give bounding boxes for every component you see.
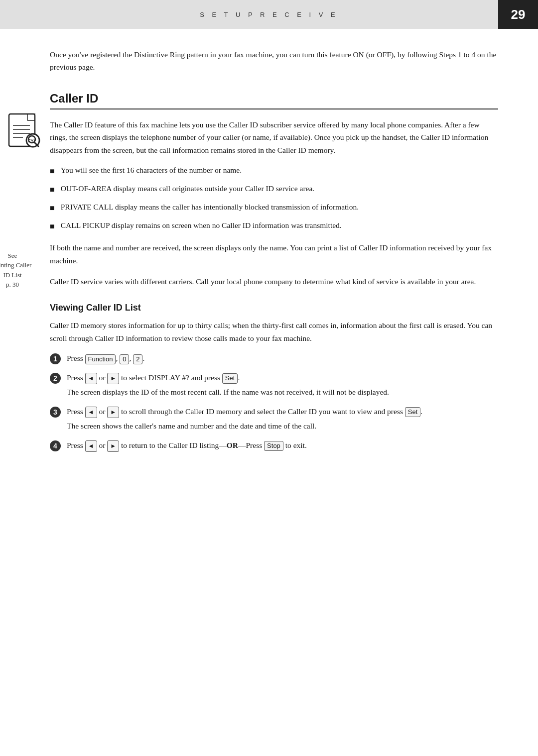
bullet-text-1: You will see the first 16 characters of … — [61, 164, 242, 176]
arrow-right-key-4[interactable]: ► — [107, 440, 119, 452]
page-number: 29 — [498, 0, 538, 29]
step-1-press: Press — [67, 354, 85, 362]
caller-id-body1: The Caller ID feature of this fax machin… — [50, 118, 498, 157]
step-4: 4 Press ◄ or ► to return to the Caller I… — [50, 439, 498, 452]
step-3-press: Press — [67, 407, 85, 416]
arrow-right-key-2[interactable]: ► — [107, 373, 119, 384]
bullet-icon-4: ■ — [50, 220, 55, 233]
step-1-comma2: , — [129, 354, 133, 362]
step-1-content: Press Function, 0, 2. — [67, 352, 498, 365]
main-content: Once you've registered the Distinctive R… — [0, 29, 538, 479]
step-2-period: . — [238, 373, 240, 382]
step-3: 3 Press ◄ or ► to scroll through the Cal… — [50, 406, 498, 432]
step-2-sub: The screen displays the ID of the most r… — [67, 386, 498, 399]
step-4-exit: to exit. — [283, 441, 307, 449]
arrow-left-key-3[interactable]: ◄ — [85, 407, 97, 418]
caller-id-bullets: ■ You will see the first 16 characters o… — [50, 164, 498, 232]
step-number-1: 1 — [50, 353, 61, 364]
fyi-icon: FYI — [5, 111, 45, 151]
intro-paragraph: Once you've registered the Distinctive R… — [50, 49, 498, 74]
page-header: S E T U P R E C E I V E 29 — [0, 0, 538, 29]
bullet-icon-1: ■ — [50, 165, 55, 178]
step-number-4: 4 — [50, 440, 61, 451]
step-1-period: . — [142, 354, 144, 362]
step-number-2: 2 — [50, 373, 61, 384]
set-key-3[interactable]: Set — [405, 407, 421, 417]
key-0[interactable]: 0 — [120, 354, 129, 364]
viewing-section: Viewing Caller ID List Caller ID memory … — [50, 303, 498, 452]
header-label: S E T U P R E C E I V E — [0, 11, 498, 18]
step-3-text: to scroll through the Caller ID memory a… — [119, 407, 405, 416]
step-4-bold-or: OR — [227, 441, 238, 449]
set-key-2[interactable]: Set — [222, 373, 238, 383]
viewing-body: Caller ID memory stores information for … — [50, 319, 498, 344]
bullet-text-3: PRIVATE CALL display means the caller ha… — [61, 201, 359, 213]
steps-list: 1 Press Function, 0, 2. 2 Press ◄ or ► t… — [50, 352, 498, 451]
step-number-3: 3 — [50, 407, 61, 418]
step-4-or: or — [97, 441, 108, 449]
bullet-icon-3: ■ — [50, 202, 55, 215]
step-1: 1 Press Function, 0, 2. — [50, 352, 498, 365]
step-3-content: Press ◄ or ► to scroll through the Calle… — [67, 406, 498, 432]
step-2: 2 Press ◄ or ► to select DISPLAY #? and … — [50, 372, 498, 399]
step-4-content: Press ◄ or ► to return to the Caller ID … — [67, 439, 498, 452]
viewing-title: Viewing Caller ID List — [50, 303, 498, 313]
arrow-left-key-4[interactable]: ◄ — [85, 440, 97, 452]
step-2-text: to select DISPLAY #? and press — [119, 373, 222, 382]
bullet-text-4: CALL PICKUP display remains on screen wh… — [61, 219, 342, 231]
bullet-item-4: ■ CALL PICKUP display remains on screen … — [50, 219, 498, 233]
function-key[interactable]: Function — [85, 354, 116, 364]
step-2-press: Press — [67, 373, 85, 382]
bullet-item-2: ■ OUT-OF-AREA display means call origina… — [50, 183, 498, 196]
step-1-comma1: , — [116, 354, 120, 362]
step-4-text1: to return to the Caller ID listing— — [119, 441, 227, 449]
step-3-or: or — [97, 407, 108, 416]
step-4-press: Press — [67, 441, 85, 449]
bullet-icon-2: ■ — [50, 184, 55, 196]
caller-id-title: Caller ID — [50, 92, 498, 109]
svg-text:FYI: FYI — [28, 138, 35, 143]
step-3-period: . — [420, 407, 422, 416]
caller-id-body3: Caller ID service varies with different … — [50, 275, 498, 288]
key-2[interactable]: 2 — [133, 354, 142, 364]
arrow-left-key-2[interactable]: ◄ — [85, 373, 97, 384]
bullet-item-1: ■ You will see the first 16 characters o… — [50, 164, 498, 178]
side-note: See Printing Caller ID List p. 30 — [0, 251, 40, 290]
arrow-right-key-3[interactable]: ► — [107, 407, 119, 418]
caller-id-section: FYI See Printing Caller ID List p. 30 Ca… — [50, 92, 498, 288]
step-2-or: or — [97, 373, 108, 382]
stop-key[interactable]: Stop — [264, 441, 283, 451]
bullet-item-3: ■ PRIVATE CALL display means the caller … — [50, 201, 498, 215]
step-4-dash: —Press — [238, 441, 264, 449]
caller-id-body2: If both the name and number are received… — [50, 241, 498, 267]
step-3-sub: The screen shows the caller's name and n… — [67, 420, 498, 432]
step-2-content: Press ◄ or ► to select DISPLAY #? and pr… — [67, 372, 498, 399]
bullet-text-2: OUT-OF-AREA display means call originate… — [61, 183, 315, 195]
